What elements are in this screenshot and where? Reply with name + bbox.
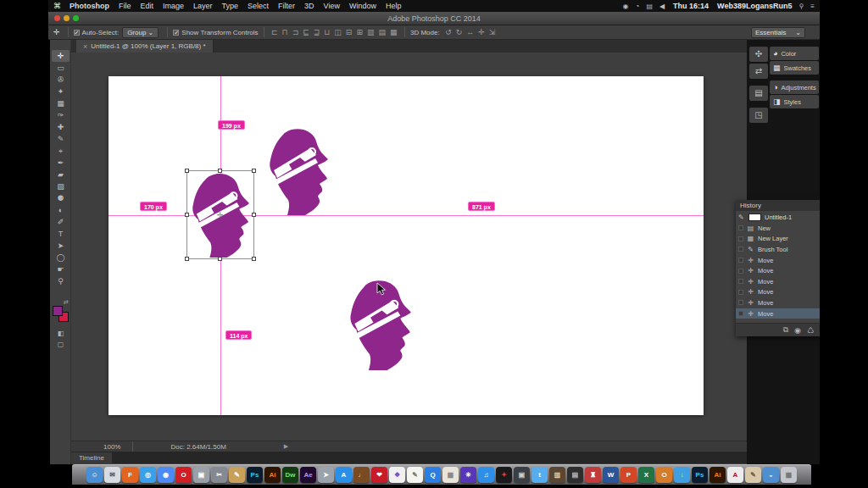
dock-word-icon[interactable]: W bbox=[603, 467, 619, 483]
history-source-checkbox[interactable] bbox=[738, 225, 743, 230]
menubar-item[interactable]: Image bbox=[163, 2, 184, 10]
menubar-item[interactable]: File bbox=[119, 2, 131, 10]
record-menubar-icon[interactable]: ◉ bbox=[623, 3, 629, 10]
hand-tool[interactable]: ☛ bbox=[52, 263, 70, 275]
menubar-item[interactable]: Help bbox=[386, 2, 402, 10]
dock-books-icon[interactable]: ▤ bbox=[567, 467, 583, 483]
marquee-tool[interactable]: ▭ bbox=[52, 62, 70, 74]
align-icon[interactable]: ▥ bbox=[367, 28, 375, 36]
align-icon[interactable]: ⊔ bbox=[324, 28, 330, 36]
align-icon[interactable]: ◫ bbox=[334, 28, 342, 36]
dock-opera-icon[interactable]: O bbox=[175, 467, 192, 483]
dock-brushes-app-icon[interactable]: ✎ bbox=[745, 467, 761, 483]
delete-state-icon[interactable]: ♺ bbox=[807, 326, 814, 335]
crop-tool[interactable]: ▦ bbox=[52, 97, 70, 109]
align-icon[interactable]: ▤ bbox=[378, 28, 386, 36]
3d-mode-icon[interactable]: ✛ bbox=[478, 28, 485, 36]
quick-mask-icon[interactable]: ◧ bbox=[50, 328, 71, 339]
clone-stamp-tool[interactable]: ⌖ bbox=[52, 145, 70, 157]
notification-center-icon[interactable]: ≡ bbox=[810, 3, 815, 10]
align-icon[interactable]: ▦ bbox=[390, 28, 398, 36]
foreground-color-chip[interactable] bbox=[53, 306, 63, 316]
align-icon[interactable]: ⊏ bbox=[271, 28, 278, 36]
screen-mode-icon[interactable]: ▢ bbox=[50, 339, 71, 350]
transform-handle[interactable] bbox=[218, 169, 222, 173]
3d-panel-icon[interactable]: ◳ bbox=[749, 108, 768, 123]
new-doc-from-state-icon[interactable]: ⧉ bbox=[783, 325, 788, 335]
align-icon[interactable]: ⊞ bbox=[356, 28, 363, 36]
history-step-new[interactable]: ▤New bbox=[736, 223, 820, 234]
history-step-move[interactable]: ✛Move bbox=[736, 308, 820, 319]
close-tab-icon[interactable]: × bbox=[83, 42, 87, 51]
history-step-new-layer[interactable]: ▦New Layer bbox=[736, 234, 820, 245]
eyedropper-tool[interactable]: ✑ bbox=[52, 109, 70, 121]
dock-utilities-icon[interactable]: ✂ bbox=[211, 467, 227, 483]
type-tool[interactable]: T bbox=[52, 228, 70, 240]
dock-illustrator-icon[interactable]: Ai bbox=[264, 467, 281, 483]
shape-tool[interactable]: ◯ bbox=[52, 252, 70, 263]
dock-powerpoint-icon[interactable]: P bbox=[620, 467, 637, 483]
dock-app-store-icon[interactable]: A bbox=[336, 467, 352, 483]
menubar-clock[interactable]: Thu 16:14 bbox=[673, 2, 709, 10]
align-icon[interactable]: ⊒ bbox=[314, 28, 320, 36]
3d-mode-icon[interactable]: ↺ bbox=[445, 28, 452, 36]
dock-media-app-icon[interactable]: ▥ bbox=[549, 467, 565, 483]
dock-firefox-icon[interactable]: F bbox=[122, 467, 138, 483]
history-snapshot-row[interactable]: ✎ Untitled-1 bbox=[736, 211, 820, 223]
history-step-move[interactable]: ✛Move bbox=[736, 276, 820, 287]
transform-selection-box[interactable]: ✛ bbox=[186, 170, 254, 259]
dock-garageband-icon[interactable]: ♩ bbox=[353, 467, 370, 483]
dock-dark-app-icon[interactable]: ✦ bbox=[496, 467, 512, 483]
transform-handle[interactable] bbox=[252, 169, 256, 173]
layer-figure-2[interactable] bbox=[265, 127, 331, 215]
dock-illustrator-2-icon[interactable]: Ai bbox=[709, 467, 726, 483]
history-source-checkbox[interactable] bbox=[738, 247, 743, 252]
history-source-checkbox[interactable] bbox=[738, 258, 743, 263]
styles-panel-button[interactable]: ◨Styles bbox=[770, 95, 819, 108]
dock-mail-icon[interactable]: ✉ bbox=[104, 467, 120, 483]
tool-presets-panel-icon[interactable]: ⇄ bbox=[749, 64, 768, 79]
menubar-item[interactable]: View bbox=[324, 2, 340, 10]
transform-handle[interactable] bbox=[252, 213, 256, 217]
history-step-move[interactable]: ✛Move bbox=[736, 265, 820, 276]
dock-textedit-icon[interactable]: ✎ bbox=[407, 467, 423, 483]
dock-finder-icon[interactable]: ☺ bbox=[86, 467, 103, 483]
dock-launcher-icon[interactable]: ➤ bbox=[318, 467, 334, 483]
battery-menubar-icon[interactable]: ▤ bbox=[646, 3, 653, 10]
3d-mode-icon[interactable]: ⇲ bbox=[489, 28, 496, 36]
swatches-panel-button[interactable]: ▦Swatches bbox=[770, 61, 819, 75]
align-icon[interactable]: ⊐ bbox=[292, 28, 299, 36]
blur-tool[interactable]: ⚈ bbox=[52, 192, 70, 204]
history-brush-source-icon[interactable]: ✎ bbox=[738, 214, 745, 221]
history-source-checkbox[interactable] bbox=[738, 269, 743, 274]
history-source-checkbox[interactable] bbox=[738, 311, 743, 316]
adjustments-panel-button[interactable]: ◑Adjustments bbox=[770, 80, 819, 94]
display-menubar-icon[interactable]: ◔ bbox=[636, 3, 640, 10]
auto-select-dropdown[interactable]: Group ⌄ bbox=[122, 27, 159, 38]
zoom-tool[interactable]: ⚲ bbox=[52, 275, 70, 287]
history-brush-tool[interactable]: ✒ bbox=[52, 157, 70, 169]
menubar-username[interactable]: Web389LogansRun5 bbox=[717, 2, 792, 10]
eraser-tool[interactable]: ▰ bbox=[52, 169, 70, 180]
dock-photo-viewer-icon[interactable]: ▣ bbox=[514, 467, 530, 483]
timeline-tab[interactable]: Timeline bbox=[71, 452, 112, 463]
show-transform-checkbox[interactable]: ✓ bbox=[173, 30, 179, 36]
transform-handle[interactable] bbox=[185, 257, 189, 261]
apple-menu-icon[interactable]: ⌘ bbox=[53, 2, 61, 10]
align-icon[interactable]: ⊓ bbox=[282, 28, 288, 36]
dock-excel-icon[interactable]: X bbox=[638, 467, 654, 483]
gradient-tool[interactable]: ▨ bbox=[52, 180, 70, 192]
menubar-item[interactable]: Select bbox=[248, 2, 269, 10]
dock-itunes-icon[interactable]: ♫ bbox=[478, 467, 494, 483]
transform-handle[interactable] bbox=[252, 257, 256, 261]
zoom-level-field[interactable]: 100% bbox=[103, 443, 120, 451]
transform-handle[interactable] bbox=[218, 257, 222, 261]
color-panel-button[interactable]: ◕Color bbox=[770, 47, 819, 60]
history-step-move[interactable]: ✛Move bbox=[736, 287, 820, 298]
history-source-checkbox[interactable] bbox=[738, 300, 743, 305]
history-step-brush-tool[interactable]: ✎Brush Tool bbox=[736, 244, 820, 255]
history-panel-tab[interactable]: History bbox=[736, 200, 820, 211]
history-source-checkbox[interactable] bbox=[738, 279, 743, 284]
menubar-item[interactable]: Layer bbox=[193, 2, 213, 10]
document-tab[interactable]: × Untitled-1 @ 100% (Layer 1, RGB/8) * bbox=[76, 40, 214, 53]
